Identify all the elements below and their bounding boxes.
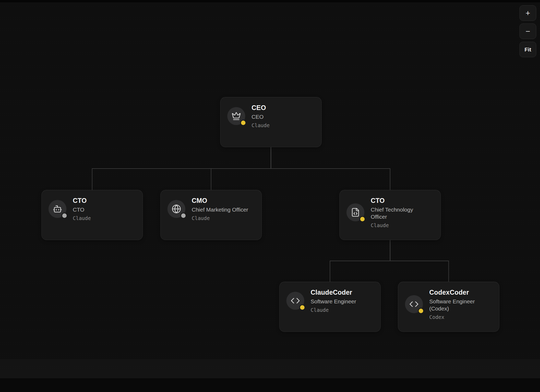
status-dot: [240, 120, 246, 126]
zoom-in-button[interactable]: +: [519, 5, 536, 21]
crown-icon: [232, 111, 241, 121]
node-role: CEO: [252, 113, 270, 120]
code-icon: [409, 299, 419, 309]
org-node-claudecoder[interactable]: ClaudeCoder Software Engineer Claude: [279, 282, 381, 332]
node-agent: Claude: [73, 215, 91, 221]
node-role: CTO: [73, 206, 91, 213]
avatar: [286, 292, 304, 310]
avatar: [49, 200, 66, 218]
node-content-row: CTO CTO Claude: [49, 197, 136, 221]
node-agent: Codex: [429, 314, 486, 320]
node-text: CodexCoder Software Engineer (Codex) Cod…: [429, 288, 486, 320]
node-role: Software Engineer: [311, 298, 356, 305]
avatar: [346, 203, 364, 221]
edge-cto2-codexcoder: [390, 240, 449, 282]
status-dot: [418, 308, 424, 314]
avatar: [405, 295, 423, 313]
node-title: ClaudeCoder: [311, 288, 356, 296]
node-text: CTO Chief Technology Officer Claude: [371, 197, 427, 228]
node-agent: Claude: [371, 222, 427, 228]
node-text: CMO Chief Marketing Officer Claude: [192, 197, 248, 221]
org-node-cmo[interactable]: CMO Chief Marketing Officer Claude: [160, 190, 262, 240]
status-dot: [299, 304, 305, 310]
status-dot: [359, 216, 365, 222]
org-node-cto2[interactable]: CTO Chief Technology Officer Claude: [339, 190, 441, 240]
fit-view-button[interactable]: Fit: [519, 42, 536, 57]
node-text: CEO CEO Claude: [252, 104, 270, 128]
globe-icon: [172, 204, 181, 214]
org-node-ceo[interactable]: CEO CEO Claude: [220, 97, 322, 147]
node-content-row: CTO Chief Technology Officer Claude: [346, 197, 434, 228]
org-node-cto[interactable]: CTO CTO Claude: [41, 190, 143, 240]
node-title: CTO: [73, 197, 91, 204]
status-dot: [61, 213, 68, 219]
file-code-icon: [351, 208, 360, 217]
org-node-codexcoder[interactable]: CodexCoder Software Engineer (Codex) Cod…: [398, 282, 499, 332]
node-title: CMO: [192, 197, 248, 204]
status-dot: [180, 213, 186, 219]
node-agent: Claude: [311, 307, 356, 313]
avatar: [227, 107, 245, 125]
node-content-row: ClaudeCoder Software Engineer Claude: [286, 288, 374, 313]
node-role: Chief Technology Officer: [371, 206, 427, 220]
node-content-row: CodexCoder Software Engineer (Codex) Cod…: [405, 288, 492, 320]
edge-ceo-cto2: [271, 147, 390, 190]
node-agent: Claude: [192, 215, 248, 221]
node-title: CTO: [371, 197, 427, 204]
avatar: [167, 200, 185, 218]
edge-ceo-cmo: [211, 147, 271, 190]
node-text: CTO CTO Claude: [73, 197, 91, 221]
code-icon: [291, 296, 300, 305]
node-title: CEO: [252, 104, 270, 112]
zoom-out-button[interactable]: −: [519, 23, 536, 39]
node-content-row: CEO CEO Claude: [227, 104, 315, 128]
node-agent: Claude: [252, 122, 270, 128]
node-title: CodexCoder: [429, 288, 486, 296]
node-content-row: CMO Chief Marketing Officer Claude: [167, 197, 255, 221]
node-text: ClaudeCoder Software Engineer Claude: [311, 288, 356, 313]
node-role: Chief Marketing Officer: [192, 206, 248, 213]
edge-cto2-claudecoder: [330, 240, 390, 282]
bot-icon: [53, 204, 62, 214]
zoom-controls: + − Fit: [519, 5, 536, 57]
org-chart-canvas[interactable]: CEO CEO Claude CTO CTO Claude CMO: [0, 0, 540, 392]
node-role: Software Engineer (Codex): [429, 298, 486, 312]
